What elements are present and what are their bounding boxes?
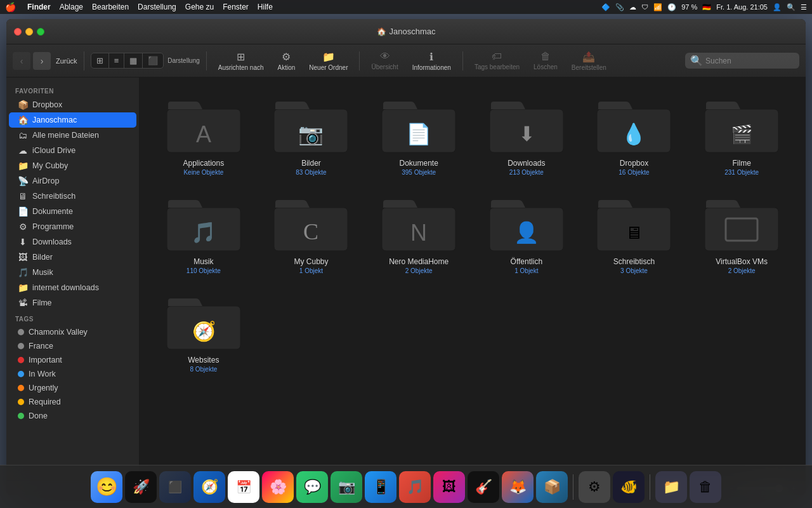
sidebar-tag-france[interactable]: France <box>9 339 136 353</box>
folder-item-downloads[interactable]: ⬇Downloads213 Objekte <box>478 93 575 181</box>
gehe-zu-menu[interactable]: Gehe zu <box>185 3 214 11</box>
dock-messages[interactable]: 💬 <box>296 471 328 503</box>
tag-dot-required <box>18 399 24 405</box>
search-input[interactable] <box>705 57 794 65</box>
sidebar-item-bilder[interactable]: 🖼 Bilder <box>9 250 136 265</box>
sidebar-label-downloads: Downloads <box>32 237 72 246</box>
ablage-menu[interactable]: Ablage <box>60 3 83 11</box>
dock-firefox[interactable]: 🦊 <box>502 471 534 503</box>
folder-item-bilder[interactable]: 📷Bilder83 Objekte <box>263 93 360 181</box>
sidebar-item-alle-dateien[interactable]: 🗂 Alle meine Dateien <box>9 128 136 143</box>
folder-item-dropbox[interactable]: 💧Dropbox16 Objekte <box>586 93 683 181</box>
folder-item-filme[interactable]: 🎬Filme231 Objekte <box>693 93 790 181</box>
column-view-btn[interactable]: ▦ <box>124 53 143 68</box>
darstellung-menu[interactable]: Darstellung <box>138 3 176 11</box>
forward-button[interactable]: › <box>33 52 51 70</box>
arrange-button[interactable]: ⊞ Ausrichten nach <box>213 48 269 74</box>
dock-separator <box>573 474 573 500</box>
dock-screensaver[interactable]: 🐠 <box>613 471 645 503</box>
info-button[interactable]: ℹ Informationen <box>407 48 456 74</box>
folder-item-applications[interactable]: AApplicationsKeine Objekte <box>155 93 252 181</box>
sidebar-item-musik[interactable]: 🎵 Musik <box>9 265 136 280</box>
hilfe-menu[interactable]: Hilfe <box>258 3 273 11</box>
dock-iphoto[interactable]: 🖼 <box>433 471 465 503</box>
sidebar-item-dropbox[interactable]: 📦 Dropbox <box>9 97 136 112</box>
sidebar-item-schreibtisch[interactable]: 🖥 Schreibtisch <box>9 189 136 204</box>
folder-item-websites[interactable]: 🧭Websites8 Objekte <box>155 290 252 378</box>
dock-calendar[interactable]: 📅 <box>228 471 259 503</box>
folder-item-nero[interactable]: NNero MediaHome2 Objekte <box>370 191 468 279</box>
dock-music[interactable]: 🎵 <box>399 471 431 503</box>
sidebar-item-airdrop[interactable]: 📡 AirDrop <box>9 173 136 189</box>
action-button[interactable]: ⚙ Aktion <box>273 48 301 74</box>
folder-item-dokumente[interactable]: 📄Dokumente395 Objekte <box>370 93 468 181</box>
sidebar-item-icloud[interactable]: ☁ iCloud Drive <box>9 143 136 158</box>
dock-finder[interactable]: 😊 <box>91 471 122 503</box>
user-icon[interactable]: 👤 <box>773 3 782 11</box>
search-box[interactable]: 🔍 <box>685 53 799 69</box>
fenster-menu[interactable]: Fenster <box>223 3 249 11</box>
sidebar-label-france: France <box>29 342 53 351</box>
notifications-icon[interactable]: ☰ <box>801 3 807 11</box>
sidebar-item-filme[interactable]: 📽 Filme <box>9 295 136 311</box>
dock-trash[interactable]: 🗑 <box>690 471 721 503</box>
finder-menu[interactable]: Finder <box>27 3 51 11</box>
dock-mission[interactable]: ⬛ <box>159 471 191 503</box>
folder-item-my-cubby[interactable]: CMy Cubby1 Objekt <box>263 191 360 279</box>
dock-cubby[interactable]: 📦 <box>536 471 568 503</box>
search-icon[interactable]: 🔍 <box>787 3 796 11</box>
dock-garageband[interactable]: 🎸 <box>468 471 499 503</box>
minimize-button[interactable] <box>25 28 33 36</box>
tags-button[interactable]: 🏷 Tags bearbeiten <box>469 48 525 73</box>
dock-photos[interactable]: 🌸 <box>262 471 294 503</box>
sidebar-label-bilder: Bilder <box>32 253 53 262</box>
folder-count-virtualbox: 2 Objekte <box>728 267 756 274</box>
folder-item-oeffentlich[interactable]: 👤Öffentlich1 Objekt <box>478 191 575 279</box>
sidebar-tag-chamonix[interactable]: Chamonix Valley <box>9 325 136 339</box>
svg-text:📄: 📄 <box>406 122 431 146</box>
icon-view-btn[interactable]: ⊞ <box>91 53 109 68</box>
folder-item-virtualbox[interactable]: VirtualBox VMs2 Objekte <box>693 191 790 279</box>
bearbeiten-menu[interactable]: Bearbeiten <box>92 3 129 11</box>
file-grid: AApplicationsKeine Objekte📷Bilder83 Obje… <box>140 77 806 480</box>
close-button[interactable] <box>14 28 22 36</box>
back-button[interactable]: ‹ <box>13 52 30 70</box>
new-folder-button[interactable]: 📁 Neuer Ordner <box>304 48 353 74</box>
dock-facetime[interactable]: 📷 <box>331 471 362 503</box>
overview-button[interactable]: 👁 Übersicht <box>366 48 403 73</box>
sidebar-tag-urgently[interactable]: Urgently <box>9 381 136 395</box>
sidebar-item-janoschmac[interactable]: 🏠 Janoschmac <box>9 112 136 128</box>
sidebar-item-programme[interactable]: ⚙ Programme <box>9 219 136 234</box>
delete-button[interactable]: 🗑 Löschen <box>528 48 563 73</box>
dock-appstore[interactable]: 📱 <box>365 471 396 503</box>
sidebar-tag-in-work[interactable]: In Work <box>9 367 136 381</box>
sidebar-tag-important[interactable]: Important <box>9 353 136 367</box>
window-title: 🏠 Janoschmac <box>377 27 436 36</box>
apple-menu[interactable]: 🍎 <box>5 2 16 12</box>
sidebar-item-internet-downloads[interactable]: 📁 internet downloads <box>9 280 136 295</box>
svg-text:A: A <box>196 121 211 147</box>
sidebar-item-dokumente[interactable]: 📄 Dokumente <box>9 204 136 219</box>
wifi-icon[interactable]: 📶 <box>653 3 662 11</box>
back-label: Zurück <box>56 57 77 65</box>
sidebar-label-in-work: In Work <box>29 370 56 378</box>
dock-safari[interactable]: 🧭 <box>193 471 225 503</box>
dock-folder[interactable]: 📁 <box>655 471 687 503</box>
flag-icon: 🇩🇪 <box>702 3 711 11</box>
coverflow-view-btn[interactable]: ⬛ <box>143 53 163 68</box>
folder-label-bilder: Bilder <box>301 159 321 168</box>
sidebar-item-my-cubby[interactable]: 📁 My Cubby <box>9 158 136 173</box>
folder-count-downloads: 213 Objekte <box>509 169 544 176</box>
folder-item-schreibtisch[interactable]: 🖥Schreibtisch3 Objekte <box>586 191 683 279</box>
dock-preferences[interactable]: ⚙ <box>579 471 610 503</box>
sidebar-tag-required[interactable]: Required <box>9 395 136 409</box>
folder-item-musik[interactable]: 🎵Musik110 Objekte <box>155 191 252 279</box>
maximize-button[interactable] <box>37 28 44 36</box>
share-button[interactable]: 📤 Bereitstellen <box>566 48 612 74</box>
list-view-btn[interactable]: ≡ <box>109 53 125 68</box>
schreibtisch-icon: 🖥 <box>18 191 28 201</box>
sidebar-tag-done[interactable]: Done <box>9 409 136 423</box>
dock-launchpad[interactable]: 🚀 <box>125 471 157 503</box>
sidebar-label-airdrop: AirDrop <box>32 177 59 185</box>
sidebar-item-downloads[interactable]: ⬇ Downloads <box>9 234 136 250</box>
